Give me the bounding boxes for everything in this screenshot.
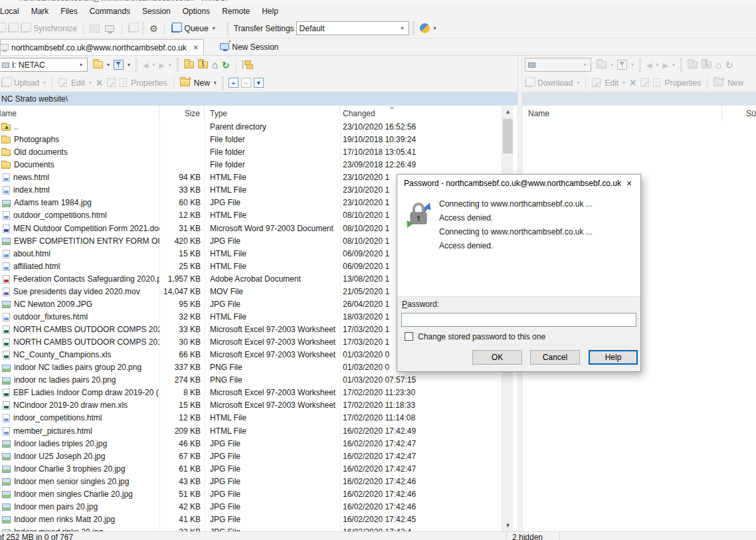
- column-header-name[interactable]: Name: [0, 106, 159, 121]
- menu-item-remote[interactable]: Remote: [216, 5, 256, 18]
- change-stored-password-checkbox[interactable]: [405, 332, 413, 341]
- edit-caret[interactable]: ▾: [89, 80, 92, 86]
- parent-directory-icon[interactable]: [184, 61, 194, 68]
- synchronize-browsing-icon[interactable]: [128, 25, 137, 33]
- new-icon[interactable]: [180, 79, 190, 86]
- download-button[interactable]: Download: [537, 78, 573, 88]
- preferences-gear-icon[interactable]: ⚙: [149, 24, 158, 33]
- refresh-icon[interactable]: ↻: [725, 60, 733, 70]
- file-row[interactable]: Indoor men pairs 20.jpg42 KBJPG File16/0…: [0, 501, 518, 513]
- console-icon[interactable]: [90, 25, 100, 33]
- file-row[interactable]: Indoor men senior singles 20.jpg43 KBJPG…: [0, 476, 518, 488]
- back-caret[interactable]: ▾: [153, 62, 155, 68]
- transfer-settings-combo[interactable]: Default ▾: [296, 21, 409, 35]
- home-directory-icon[interactable]: ⌂: [715, 60, 721, 70]
- rename-icon[interactable]: [640, 78, 649, 87]
- open-directory-icon[interactable]: [597, 61, 607, 68]
- file-row[interactable]: Indoor men rinks Matt 20.jpg41 KBJPG Fil…: [0, 513, 518, 526]
- forward-icon[interactable]: ▶: [159, 60, 165, 70]
- ok-button[interactable]: OK: [472, 350, 522, 365]
- drive-combo[interactable]: I: NETAC ▾: [0, 58, 88, 72]
- download-caret[interactable]: ▾: [577, 80, 579, 86]
- cancel-button[interactable]: Cancel: [530, 350, 580, 365]
- menu-item-commands[interactable]: Commands: [84, 5, 136, 18]
- edit-icon[interactable]: [592, 78, 601, 87]
- directory-tree-icon[interactable]: [242, 60, 253, 69]
- open-directory-caret[interactable]: ▾: [107, 62, 110, 68]
- dialog-close-icon[interactable]: ×: [621, 177, 637, 190]
- column-header-name[interactable]: Name: [522, 106, 722, 121]
- menu-item-files[interactable]: Files: [54, 5, 83, 18]
- synchronize-button[interactable]: Synchronize: [33, 24, 77, 33]
- parent-directory-icon[interactable]: [688, 61, 698, 68]
- back-icon[interactable]: ◀: [143, 60, 148, 70]
- menu-item-help[interactable]: Help: [256, 5, 284, 18]
- edit-caret[interactable]: ▾: [622, 80, 625, 86]
- root-directory-icon[interactable]: [198, 61, 208, 68]
- file-row[interactable]: ..Parent directory23/10/2020 16:52:56: [0, 121, 518, 134]
- delete-icon[interactable]: ×: [630, 78, 636, 88]
- file-row[interactable]: Indoor mixed rinks 20.jpg33 KBJPG File16…: [0, 526, 518, 531]
- new-caret[interactable]: ▾: [214, 80, 217, 86]
- file-row[interactable]: NCindoor 2019-20 draw men.xls15 KBMicros…: [0, 399, 518, 412]
- properties-button[interactable]: Properties: [131, 78, 167, 88]
- remote-path-bar[interactable]: [522, 92, 756, 106]
- edit-icon[interactable]: [58, 78, 67, 87]
- column-header-size[interactable]: Size: [722, 106, 756, 121]
- menu-item-local[interactable]: Local: [0, 5, 25, 18]
- file-row[interactable]: member_pictures.html209 KBHTML File16/02…: [0, 425, 518, 438]
- open-directory-icon[interactable]: [93, 61, 103, 68]
- properties-icon[interactable]: [120, 78, 127, 87]
- upload-caret[interactable]: ▾: [43, 80, 46, 86]
- menu-item-session[interactable]: Session: [136, 5, 177, 18]
- download-icon[interactable]: [525, 79, 533, 87]
- file-row[interactable]: Indoor Charlie 3 trophies 20.jpg61 KBJPG…: [0, 463, 518, 476]
- file-row[interactable]: EBF Ladies Indoor Comp draw 2019-20 (1).…: [0, 387, 518, 399]
- new-button[interactable]: New: [727, 78, 743, 88]
- open-directory-caret[interactable]: ▾: [611, 62, 613, 68]
- queue-button[interactable]: Queue: [185, 24, 209, 33]
- select-files-icon[interactable]: +: [229, 78, 238, 88]
- keep-remote-up-to-date-icon[interactable]: [21, 25, 29, 33]
- session-color-icon[interactable]: [420, 23, 430, 33]
- edit-button[interactable]: Edit: [71, 78, 85, 88]
- back-icon[interactable]: ◀: [646, 60, 652, 70]
- scrollbar-thumb[interactable]: [503, 119, 513, 153]
- refresh-icon[interactable]: ↻: [222, 60, 230, 70]
- file-row[interactable]: Indoor ladies triples 20.jpg46 KBJPG Fil…: [0, 438, 518, 450]
- file-row[interactable]: indoor_competitions.html12 KBHTML File17…: [0, 412, 518, 424]
- upload-icon[interactable]: [1, 79, 10, 87]
- selection-filter-icon[interactable]: ▼: [254, 78, 264, 88]
- forward-icon[interactable]: ▶: [663, 60, 668, 70]
- filter-caret[interactable]: ▾: [631, 62, 634, 68]
- help-button[interactable]: Help: [589, 350, 638, 365]
- file-row[interactable]: Old documentsFile folder17/10/2018 13:05…: [0, 146, 518, 159]
- queue-icon[interactable]: [171, 25, 180, 33]
- menu-item-options[interactable]: Options: [177, 5, 216, 18]
- file-row[interactable]: Indoor men singles Charlie 20.jpg51 KBJP…: [0, 488, 518, 501]
- rename-icon[interactable]: [107, 78, 116, 87]
- unselect-files-icon[interactable]: −: [241, 78, 251, 88]
- synchronize-icon[interactable]: [8, 25, 17, 33]
- session-color-caret[interactable]: ▾: [434, 25, 436, 31]
- queue-dropdown-caret[interactable]: ▾: [213, 25, 215, 31]
- column-header-type[interactable]: Type: [205, 106, 340, 121]
- delete-icon[interactable]: ×: [96, 78, 102, 88]
- back-caret[interactable]: ▾: [656, 62, 659, 68]
- local-path-bar[interactable]: NC Strato website\: [0, 92, 518, 106]
- file-row[interactable]: indoor nc ladies pairs 20.png274 KBPNG F…: [0, 374, 518, 387]
- properties-icon[interactable]: [653, 78, 660, 87]
- file-row[interactable]: Indoor U25 Joseph 20.jpg67 KBJPG File16/…: [0, 450, 518, 463]
- upload-button[interactable]: Upload: [14, 78, 39, 88]
- scroll-down-icon[interactable]: ▼: [502, 520, 514, 531]
- column-header-size[interactable]: Size: [159, 106, 205, 121]
- filter-caret[interactable]: ▾: [128, 62, 130, 68]
- password-input[interactable]: [401, 313, 636, 327]
- new-icon[interactable]: [713, 79, 723, 86]
- forward-caret[interactable]: ▾: [169, 62, 171, 68]
- session-tab[interactable]: northcambsebf.co.uk@www.northcambsebf.co…: [0, 39, 204, 55]
- edit-button[interactable]: Edit: [605, 78, 618, 88]
- filter-icon[interactable]: [114, 60, 124, 70]
- forward-caret[interactable]: ▾: [672, 62, 675, 68]
- home-directory-icon[interactable]: ⌂: [212, 60, 218, 70]
